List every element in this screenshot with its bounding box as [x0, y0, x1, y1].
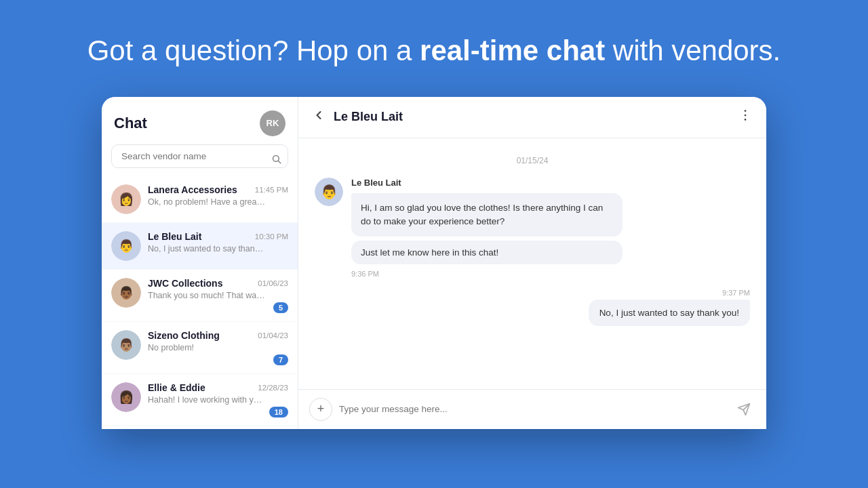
avatar: 👩: [111, 184, 141, 214]
send-button[interactable]: [732, 398, 755, 421]
svg-point-3: [745, 114, 747, 116]
chat-item-content: Sizeno Clothing 01/04/23 No problem! 7: [148, 330, 288, 365]
chat-window-header: Le Bleu Lait: [298, 97, 766, 138]
chat-item-content: JWC Collections 01/06/23 Thank you so mu…: [148, 278, 288, 313]
search-container: [102, 144, 298, 176]
chat-item-content: Lanera Accessories 11:45 PM Ok, no probl…: [148, 184, 288, 207]
sender-name: Le Bleu Lait: [351, 178, 623, 188]
message-bubble-right: No, I just wanted to say thank you!: [589, 300, 750, 326]
list-item[interactable]: 👩🏾 Ellie & Eddie 12/28/23 Hahah! I love …: [102, 374, 298, 426]
svg-point-4: [745, 119, 747, 121]
active-vendor-name: Le Bleu Lait: [334, 110, 403, 124]
message-time: 10:30 PM: [255, 232, 288, 241]
chat-list-header: Chat RK: [102, 97, 298, 144]
hero-heading: Got a question? Hop on a real-time chat …: [87, 33, 781, 70]
message-time: 12/28/23: [258, 384, 288, 392]
svg-line-1: [278, 161, 280, 163]
message-preview: No, I just wanted to say thank you!: [148, 244, 267, 253]
unread-badge: 5: [273, 302, 288, 313]
list-item[interactable]: 👨 Le Bleu Lait 10:30 PM No, I just wante…: [102, 223, 298, 270]
message-time: 01/06/23: [258, 279, 288, 287]
chat-window: Le Bleu Lait 01/15/24 👨 Le Bleu Lait Hi,…: [298, 97, 766, 429]
vendor-name: Ellie & Eddie: [148, 382, 205, 393]
message-bubble: Just let me know here in this chat!: [351, 241, 623, 264]
search-input[interactable]: [111, 144, 288, 168]
more-options-icon[interactable]: [738, 108, 753, 127]
chat-item-content: Ellie & Eddie 12/28/23 Hahah! I love wor…: [148, 382, 288, 418]
chat-item-content: Le Bleu Lait 10:30 PM No, I just wanted …: [148, 231, 288, 253]
message-row: 👨 Le Bleu Lait Hi, I am so glad you love…: [315, 178, 750, 279]
chat-list-panel: Chat RK 👩 Lanera Accessories 11:45 P: [102, 97, 298, 429]
back-button[interactable]: [312, 108, 326, 125]
message-preview: Ok, no problem! Have a great day!: [148, 197, 267, 207]
message-time: 11:45 PM: [255, 186, 288, 194]
svg-point-2: [745, 110, 747, 112]
message-row-right: 9:37 PM No, I just wanted to say thank y…: [315, 289, 750, 326]
avatar: 👨: [111, 231, 141, 261]
list-item[interactable]: 👨🏽 Sizeno Clothing 01/04/23 No problem! …: [102, 322, 298, 374]
message-preview: No problem!: [148, 343, 267, 352]
unread-badge: 7: [273, 354, 288, 365]
unread-badge: 18: [269, 407, 288, 418]
avatar: 👨: [315, 178, 343, 206]
user-avatar[interactable]: RK: [260, 110, 285, 136]
header-left: Le Bleu Lait: [312, 108, 403, 125]
chat-messages: 01/15/24 👨 Le Bleu Lait Hi, I am so glad…: [298, 138, 766, 389]
vendor-name: Le Bleu Lait: [148, 231, 201, 242]
chat-items-list: 👩 Lanera Accessories 11:45 PM Ok, no pro…: [102, 176, 298, 429]
message-input[interactable]: [339, 404, 726, 414]
list-item[interactable]: 👩 Lanera Accessories 11:45 PM Ok, no pro…: [102, 176, 298, 223]
avatar: 👩🏾: [111, 382, 141, 412]
vendor-name: Sizeno Clothing: [148, 330, 220, 341]
message-time: 01/04/23: [258, 331, 288, 340]
chat-input-area: +: [298, 389, 766, 429]
message-time: 9:36 PM: [351, 270, 623, 278]
chat-panel-title: Chat: [114, 115, 147, 132]
vendor-name: Lanera Accessories: [148, 184, 237, 195]
message-bubble: Hi, I am so glad you love the clothes! I…: [351, 193, 623, 237]
message-group: Le Bleu Lait Hi, I am so glad you love t…: [351, 178, 623, 279]
avatar: 👨🏾: [111, 278, 141, 308]
vendor-name: JWC Collections: [148, 278, 222, 289]
message-preview: Thank you so much! That was very helpful…: [148, 291, 267, 300]
message-time-above: 9:37 PM: [722, 289, 750, 297]
date-divider: 01/15/24: [315, 156, 750, 165]
app-window: Chat RK 👩 Lanera Accessories 11:45 P: [102, 97, 766, 429]
search-icon: [271, 154, 281, 166]
message-preview: Hahah! I love working with you Sasha!: [148, 395, 267, 405]
avatar: 👨🏽: [111, 330, 141, 360]
attach-button[interactable]: +: [309, 398, 332, 421]
list-item[interactable]: 👨🏾 JWC Collections 01/06/23 Thank you so…: [102, 270, 298, 322]
